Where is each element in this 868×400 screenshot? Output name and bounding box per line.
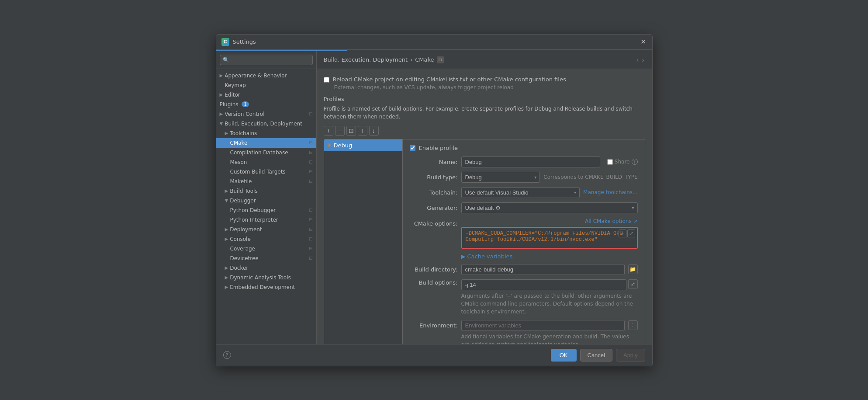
move-down-button[interactable]: ↓ bbox=[369, 126, 379, 136]
enable-profile-row: Enable profile bbox=[410, 145, 638, 151]
build-options-input[interactable] bbox=[461, 279, 626, 290]
nav-forward-button[interactable]: › bbox=[641, 56, 645, 64]
manage-toolchains-link[interactable]: Manage toolchains... bbox=[583, 189, 637, 195]
build-type-label: Build type: bbox=[410, 174, 458, 181]
build-type-select[interactable]: Debug bbox=[461, 172, 540, 183]
cmake-options-label: CMake options: bbox=[414, 220, 458, 227]
sidebar-item-devicetree[interactable]: Devicetree ⊟ bbox=[216, 254, 316, 263]
sidebar-item-keymap[interactable]: Keymap bbox=[216, 80, 316, 90]
environment-hint: Additional variables for CMake generatio… bbox=[461, 333, 638, 344]
arrow-icon: ▶ bbox=[225, 285, 228, 289]
cache-expand[interactable]: ▶ Cache variables bbox=[461, 253, 638, 260]
pin-icon: ⊟ bbox=[309, 217, 312, 222]
sidebar-item-plugins[interactable]: Plugins 1 bbox=[216, 100, 316, 109]
cmake-expand-btn[interactable]: ⤢ bbox=[627, 230, 635, 237]
add-profile-button[interactable]: + bbox=[324, 126, 333, 136]
name-label: Name: bbox=[410, 159, 458, 165]
remove-profile-button[interactable]: − bbox=[335, 126, 345, 136]
generator-select[interactable]: Use default ⚙ bbox=[461, 202, 638, 213]
cache-arrow-icon: ▶ bbox=[461, 253, 466, 260]
help-button[interactable]: ? bbox=[223, 351, 231, 359]
pin-icon: ⊟ bbox=[309, 227, 312, 232]
build-options-row: Build options: ⤢ bbox=[410, 279, 638, 290]
sidebar-item-embedded-dev[interactable]: ▶ Embedded Development bbox=[216, 282, 316, 292]
cancel-button[interactable]: Cancel bbox=[580, 349, 612, 362]
sidebar-item-build-exec[interactable]: ▼ Build, Execution, Deployment bbox=[216, 119, 316, 129]
search-input[interactable] bbox=[220, 55, 313, 65]
generator-label: Generator: bbox=[410, 205, 458, 211]
sidebar-item-compilation-db[interactable]: Compilation Database ⊟ bbox=[216, 148, 316, 157]
help-icon[interactable]: ? bbox=[632, 159, 638, 165]
breadcrumb-pin[interactable]: ⊟ bbox=[437, 56, 444, 63]
profile-name: Debug bbox=[334, 142, 353, 149]
environment-browse-btn[interactable]: ⋮ bbox=[628, 320, 638, 330]
copy-profile-button[interactable]: ⊡ bbox=[346, 126, 356, 136]
build-dir-row: Build directory: 📁 bbox=[410, 264, 638, 275]
profiles-toolbar: + − ⊡ ↑ ↓ bbox=[324, 126, 645, 136]
sidebar-item-python-interpreter[interactable]: Python Interpreter ⊟ bbox=[216, 215, 316, 225]
name-input[interactable] bbox=[461, 157, 600, 167]
sidebar-item-meson[interactable]: Meson ⊟ bbox=[216, 157, 316, 167]
sidebar-item-appearance[interactable]: ▶ Appearance & Behavior bbox=[216, 71, 316, 80]
environment-label: Environment: bbox=[410, 322, 458, 329]
footer-right: OK Cancel Apply bbox=[551, 349, 645, 362]
cmake-options-col: All CMake options ↗ -DCMAKE_CUDA_COMPILE… bbox=[461, 218, 638, 249]
pin-icon: ⊟ bbox=[309, 169, 312, 174]
generator-row: Generator: Use default ⚙ ▾ bbox=[410, 202, 638, 213]
build-directory-input[interactable] bbox=[461, 264, 625, 275]
breadcrumb-part1: Build, Execution, Deployment bbox=[324, 56, 408, 63]
profile-item-debug[interactable]: Debug bbox=[324, 139, 402, 151]
sidebar-item-debugger[interactable]: ▼ Debugger bbox=[216, 196, 316, 205]
sidebar-item-makefile[interactable]: Makefile ⊟ bbox=[216, 177, 316, 186]
profile-details: Enable profile Name: Share ? bbox=[403, 139, 645, 344]
sidebar-item-dynamic-analysis[interactable]: ▶ Dynamic Analysis Tools bbox=[216, 273, 316, 282]
sidebar-item-console[interactable]: ▶ Console ⊟ bbox=[216, 234, 316, 244]
arrow-icon: ▶ bbox=[225, 265, 228, 270]
nav-back-button[interactable]: ‹ bbox=[636, 56, 640, 64]
sidebar-item-cmake[interactable]: CMake ⊟ bbox=[216, 138, 316, 148]
share-checkbox[interactable] bbox=[607, 159, 613, 165]
sidebar-item-version-control[interactable]: ▶ Version Control ⊟ bbox=[216, 109, 316, 119]
cmake-add-btn[interactable]: + bbox=[619, 230, 626, 237]
close-button[interactable]: ✕ bbox=[640, 38, 647, 45]
breadcrumb-bar: Build, Execution, Deployment › CMake ⊟ ‹… bbox=[317, 51, 652, 69]
arrow-down-icon: ▼ bbox=[220, 121, 223, 126]
apply-button[interactable]: Apply bbox=[616, 349, 645, 362]
profiles-title: Profiles bbox=[324, 96, 645, 102]
breadcrumb-separator: › bbox=[410, 56, 412, 63]
sidebar-item-coverage[interactable]: Coverage ⊟ bbox=[216, 244, 316, 254]
toolchain-select[interactable]: Use default Visual Studio bbox=[461, 187, 580, 198]
pin-icon: ⊟ bbox=[309, 256, 312, 261]
reload-checkbox[interactable] bbox=[324, 77, 329, 83]
build-options-hint: Arguments after '--' are passed to the b… bbox=[461, 292, 638, 316]
cmake-textarea-btns: + ⤢ bbox=[619, 230, 635, 237]
folder-browse-button[interactable]: 📁 bbox=[628, 264, 638, 274]
build-options-expand-btn[interactable]: ⤢ bbox=[628, 279, 638, 289]
share-label: Share bbox=[615, 159, 630, 165]
sidebar-item-docker[interactable]: ▶ Docker bbox=[216, 263, 316, 273]
sidebar-item-python-debugger[interactable]: Python Debugger ⊟ bbox=[216, 205, 316, 215]
build-directory-label: Build directory: bbox=[410, 266, 458, 273]
profiles-list: Debug bbox=[324, 139, 403, 344]
breadcrumb-part2: CMake bbox=[415, 56, 434, 63]
cmake-options-row: CMake options: All CMake options ↗ -DCMA… bbox=[410, 218, 638, 249]
arrow-icon: ▶ bbox=[225, 227, 228, 232]
reload-checkbox-row: Reload CMake project on editing CMakeLis… bbox=[324, 76, 645, 83]
sidebar-item-deployment[interactable]: ▶ Deployment ⊟ bbox=[216, 225, 316, 234]
profiles-panel: Debug Enable profile Name: bbox=[324, 139, 645, 344]
sidebar-item-build-tools[interactable]: ▶ Build Tools bbox=[216, 186, 316, 196]
content-area: Reload CMake project on editing CMakeLis… bbox=[317, 69, 652, 344]
pin-icon: ⊟ bbox=[309, 140, 312, 145]
sidebar-item-custom-build[interactable]: Custom Build Targets ⊟ bbox=[216, 167, 316, 177]
build-type-hint: Corresponds to CMAKE_BUILD_TYPE bbox=[543, 174, 637, 180]
sidebar-item-editor[interactable]: ▶ Editor bbox=[216, 90, 316, 100]
title-left: C Settings bbox=[221, 38, 256, 46]
search-icon: 🔍 bbox=[223, 57, 229, 63]
environment-input[interactable] bbox=[461, 320, 625, 331]
pin-icon: ⊟ bbox=[309, 179, 312, 184]
enable-profile-checkbox[interactable] bbox=[410, 145, 415, 151]
ok-button[interactable]: OK bbox=[551, 349, 577, 362]
cmake-all-link[interactable]: All CMake options ↗ bbox=[585, 218, 638, 224]
sidebar-item-toolchains[interactable]: ▶ Toolchains bbox=[216, 129, 316, 138]
move-up-button[interactable]: ↑ bbox=[358, 126, 367, 136]
